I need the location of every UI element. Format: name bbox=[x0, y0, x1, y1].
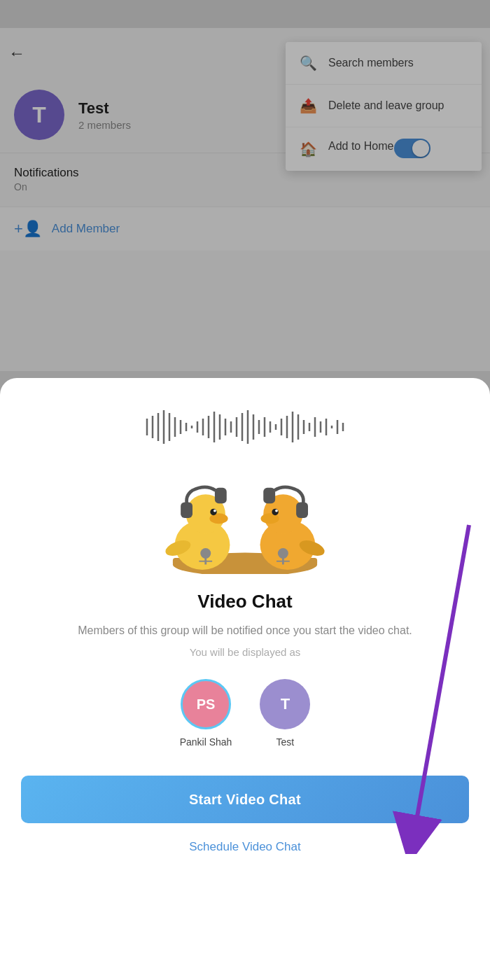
svg-rect-90 bbox=[263, 487, 275, 503]
member-avatar-ps: PS bbox=[181, 679, 231, 729]
member-avatars: PS Pankil Shah T Test bbox=[180, 679, 311, 748]
svg-rect-80 bbox=[215, 487, 227, 503]
member-item-ps: PS Pankil Shah bbox=[180, 679, 232, 748]
start-video-chat-button[interactable]: Start Video Chat bbox=[21, 776, 469, 823]
svg-rect-89 bbox=[296, 502, 308, 518]
member-item-t: T Test bbox=[260, 679, 310, 748]
waveform-svg bbox=[140, 406, 350, 448]
svg-point-87 bbox=[272, 508, 278, 514]
ducks-svg bbox=[140, 443, 350, 575]
svg-point-77 bbox=[210, 508, 216, 514]
modal-sub-description: You will be displayed as bbox=[190, 646, 301, 658]
duck-illustration bbox=[133, 406, 357, 574]
member-avatar-t: T bbox=[260, 679, 310, 729]
modal-title: Video Chat bbox=[197, 591, 292, 612]
modal-description: Members of this group will be notified o… bbox=[78, 622, 412, 639]
svg-point-78 bbox=[214, 509, 216, 512]
modal-overlay: Video Chat Members of this group will be… bbox=[0, 0, 490, 980]
svg-point-82 bbox=[200, 548, 211, 559]
svg-rect-79 bbox=[181, 502, 192, 518]
member-name-ps: Pankil Shah bbox=[180, 736, 232, 748]
schedule-video-chat-link[interactable]: Schedule Video Chat bbox=[189, 840, 300, 854]
member-name-t: Test bbox=[276, 736, 295, 748]
svg-point-92 bbox=[278, 548, 288, 559]
svg-point-88 bbox=[275, 509, 278, 512]
modal-card: Video Chat Members of this group will be… bbox=[0, 378, 490, 980]
